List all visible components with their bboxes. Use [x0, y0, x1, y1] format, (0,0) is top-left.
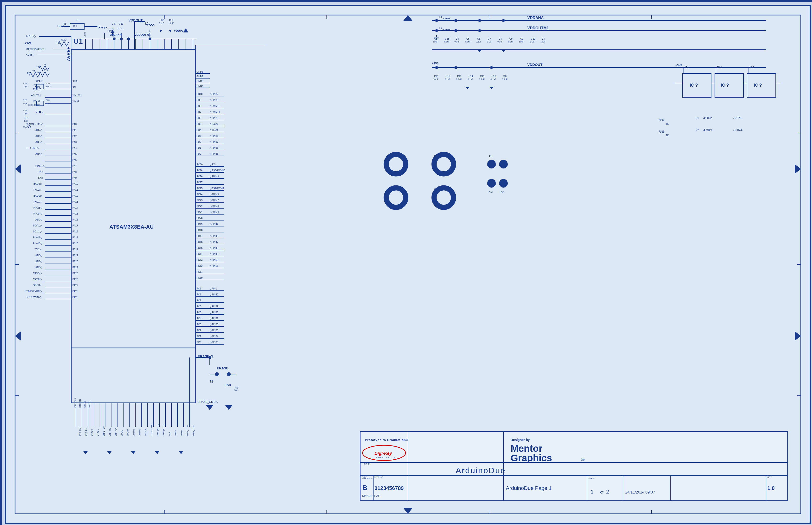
svg-text:AD1◇: AD1◇: [35, 266, 43, 269]
svg-text:KU58◇: KU58◇: [26, 53, 35, 56]
svg-text:Mentor TME: Mentor TME: [362, 494, 380, 498]
svg-text:22pF: 22pF: [46, 102, 50, 105]
svg-text:PC5: PC5: [197, 311, 201, 314]
svg-text:RN3: RN3: [659, 118, 664, 121]
svg-text:C5: C5: [466, 38, 469, 40]
svg-point-555: [148, 38, 151, 40]
svg-text:AREF◇: AREF◇: [26, 35, 36, 38]
svg-text:◇PWM11: ◇PWM11: [210, 111, 220, 113]
svg-text:SHEET: SHEET: [588, 477, 596, 480]
svg-text:TXL◇: TXL◇: [35, 248, 42, 251]
svg-text:TXD2◇: TXD2◇: [33, 188, 42, 191]
svg-text:SS1/PWM4◇: SS1/PWM4◇: [26, 296, 42, 299]
svg-text:C21: C21: [46, 82, 50, 85]
svg-text:VDDOUT: VDDOUT: [527, 62, 542, 66]
svg-text:0.1uF: 0.1uF: [118, 27, 124, 30]
svg-text:AD4◇: AD4◇: [35, 152, 43, 155]
svg-text:◇PIN26: ◇PIN26: [210, 147, 218, 149]
svg-text:R9: R9: [235, 386, 238, 389]
svg-text:VDDO: VDDO: [84, 32, 86, 37]
svg-text:MTG3: MTG3: [434, 188, 444, 192]
svg-text:MISO◇: MISO◇: [33, 272, 42, 275]
svg-text:VDDANA: VDDANA: [110, 33, 122, 36]
svg-text:GND2: GND2: [197, 75, 203, 78]
svg-text:UDTO1: UDTO1: [132, 429, 135, 436]
svg-text:C6: C6: [477, 38, 480, 40]
svg-text:Designer by: Designer by: [511, 438, 530, 442]
svg-text:PA15: PA15: [72, 212, 78, 215]
svg-text:+3V3: +3V3: [676, 64, 682, 67]
svg-text:SCDI-3: SCDI-3: [145, 429, 147, 436]
svg-text:PC7: PC7: [197, 299, 201, 302]
svg-point-557: [454, 19, 457, 22]
svg-text:0.1uF: 0.1uF: [456, 78, 462, 80]
svg-rect-410: [715, 74, 743, 97]
svg-text:UDTO2: UDTO2: [139, 429, 141, 436]
svg-text:C14: C14: [468, 75, 473, 77]
svg-text:PA1: PA1: [72, 129, 77, 132]
svg-point-563: [435, 66, 438, 69]
svg-text:C3: C3: [542, 38, 545, 40]
svg-text:AVREF: AVREF: [66, 47, 71, 61]
svg-text:◇PIN30: ◇PIN30: [210, 99, 218, 102]
svg-text:MASTER-RESET: MASTER-RESET: [26, 48, 44, 50]
svg-text:MTG2: MTG2: [387, 188, 396, 192]
svg-text:PA19: PA19: [72, 236, 78, 239]
svg-text:PC14: PC14: [197, 253, 203, 255]
svg-text:0.1uF: 0.1uF: [487, 41, 492, 43]
svg-text:+3V3: +3V3: [224, 384, 231, 387]
svg-point-564: [454, 66, 457, 69]
svg-text:SPCK◇: SPCK◇: [33, 284, 42, 287]
svg-point-553: [120, 38, 123, 40]
svg-text:R7: R7: [25, 117, 28, 119]
svg-text:VDDANA: VDDANA: [527, 16, 544, 20]
svg-text:◇PIN25: ◇PIN25: [210, 152, 218, 155]
svg-text:JTAG_TDO: JTAG_TDO: [186, 425, 189, 436]
svg-text:PA27: PA27: [72, 284, 78, 287]
svg-text:PA14: PA14: [72, 207, 78, 209]
svg-text:AD6◇: AD6◇: [35, 135, 43, 137]
svg-text:◇PIN37: ◇PIN37: [210, 317, 218, 320]
svg-point-552: [113, 38, 116, 40]
svg-text:0.8k: 0.8k: [24, 120, 28, 122]
svg-text:C4: C4: [456, 38, 459, 40]
svg-text:C22: C22: [23, 99, 27, 102]
svg-text:PWM1: PWM1: [180, 430, 183, 436]
svg-text:XOUT32: XOUT32: [31, 94, 41, 97]
svg-text:◇PIN27: ◇PIN27: [210, 140, 218, 143]
svg-text:of: of: [600, 490, 604, 494]
svg-point-444: [437, 191, 451, 205]
svg-text:◇PIN51: ◇PIN51: [210, 265, 218, 267]
svg-text:PA23: PA23: [72, 260, 78, 263]
svg-text:D7: D7: [696, 129, 699, 131]
svg-text:1K: 1K: [666, 134, 669, 137]
svg-point-446: [487, 160, 496, 168]
svg-text:◇PIN36: ◇PIN36: [210, 323, 218, 326]
svg-text:VBG: VBG: [35, 110, 43, 114]
svg-text:0.0: 0.0: [32, 70, 35, 72]
svg-text:PA13: PA13: [72, 200, 78, 203]
svg-text:PA26: PA26: [72, 278, 78, 281]
svg-text:JTAG_TME: JTAG_TME: [192, 425, 194, 436]
svg-text:27pF: 27pF: [23, 126, 28, 129]
svg-text:0123456789: 0123456789: [375, 485, 404, 491]
svg-text:22pF: 22pF: [23, 112, 27, 115]
svg-text:VDDOUTM1: VDDOUTM1: [134, 33, 151, 36]
svg-text:◇PIN48: ◇PIN48: [210, 247, 218, 250]
svg-text:ATSAM3X8EA-AU: ATSAM3X8EA-AU: [110, 224, 154, 230]
svg-text:ETX_EN: ETX_EN: [79, 399, 81, 408]
svg-text:PIN23◇: PIN23◇: [33, 206, 43, 209]
svg-text:AD5◇: AD5◇: [35, 140, 43, 144]
svg-text:PC25: PC25: [197, 187, 203, 190]
svg-text:PD9: PD9: [197, 99, 201, 102]
svg-text:0.1uF: 0.1uF: [497, 41, 503, 43]
svg-text:◇SS1/PWM4: ◇SS1/PWM4: [210, 187, 224, 190]
page: ATSAM3X8EA-AU U1 XOUT XP0 XIN XN XOUT32 …: [0, 0, 812, 525]
svg-text:0.1uF: 0.1uF: [502, 78, 508, 80]
svg-text:◇PWM12: ◇PWM12: [210, 105, 220, 107]
svg-text:0.1uF: 0.1uF: [444, 41, 450, 43]
svg-text:VDDOUTM1: VDDOUTM1: [527, 26, 549, 30]
svg-text:◇PIN39: ◇PIN39: [210, 305, 218, 308]
svg-text:AD2◇: AD2◇: [35, 260, 43, 263]
svg-text:10UF: 10UF: [540, 41, 546, 43]
